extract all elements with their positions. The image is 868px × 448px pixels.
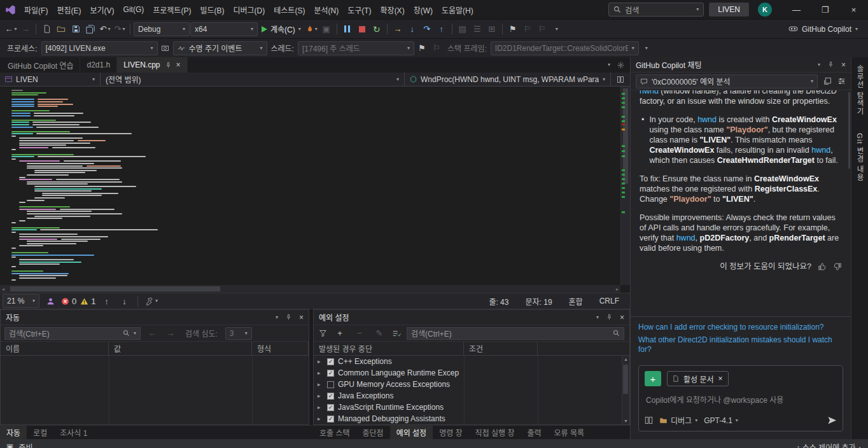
pin-icon[interactable]: [606, 314, 613, 321]
document-tab[interactable]: d2d1.h: [80, 57, 117, 73]
memory-window-icon[interactable]: ▤: [456, 22, 470, 37]
pin-icon[interactable]: [827, 61, 834, 68]
next-issue-button[interactable]: ↓: [117, 293, 131, 309]
close-icon[interactable]: ×: [299, 313, 304, 322]
apply-code-changes-icon[interactable]: ▣: [319, 22, 333, 37]
close-tab-icon[interactable]: ×: [176, 60, 181, 69]
document-tab[interactable]: LIVEN.cpp×: [117, 57, 187, 73]
maximize-button[interactable]: ❐: [811, 0, 839, 19]
chat-scrollbar[interactable]: [848, 92, 850, 169]
add-context-button[interactable]: +: [645, 371, 661, 386]
step-out-button[interactable]: ↑: [435, 22, 449, 37]
navigate-forward-button[interactable]: →: [18, 22, 32, 37]
column-header[interactable]: 조건: [464, 342, 538, 355]
thumb-down-icon[interactable]: [833, 262, 842, 271]
solution-platform-dropdown[interactable]: x64▾: [190, 22, 258, 36]
active-document-chip[interactable]: 활성 문서 ×: [667, 371, 729, 386]
search-depth-dropdown[interactable]: 3▾: [225, 327, 252, 340]
debug-window-tab[interactable]: 직접 실행 창: [469, 426, 521, 439]
stack-frame-dropdown[interactable]: ID2D1RenderTarget::CreateSolidColorBru▾: [491, 41, 639, 55]
warning-badge[interactable]: 1: [80, 293, 95, 309]
process-dropdown[interactable]: [4092] LIVEN.exe▾: [41, 41, 158, 55]
menu-item[interactable]: 도움말(H): [437, 0, 478, 19]
scope-dropdown[interactable]: (전역 범위)▾: [101, 73, 405, 86]
close-icon[interactable]: ×: [841, 60, 846, 69]
menu-item[interactable]: 빌드(B): [195, 0, 228, 19]
expander-icon[interactable]: ▸: [318, 416, 323, 422]
parallel-stacks-icon[interactable]: ⊞: [485, 22, 499, 37]
remove-chip-icon[interactable]: ×: [718, 374, 723, 383]
toolbar-overflow-icon[interactable]: ▾: [550, 22, 564, 37]
member-dropdown[interactable]: WndProc(HWND hwnd, UINT msg, WPARAM wPar…: [405, 73, 611, 86]
exception-checkbox[interactable]: ✓: [327, 358, 334, 365]
toolbar-options-icon[interactable]: ▾: [640, 41, 654, 56]
document-tab[interactable]: GitHub Copilot 연습: [1, 57, 80, 73]
debug-window-tab[interactable]: 오류 목록: [548, 426, 591, 439]
thread-dropdown[interactable]: [17496] 주 스레드▾: [298, 41, 414, 55]
exception-row[interactable]: ▸✓Java Exceptions: [314, 390, 629, 402]
step-over-button[interactable]: ↷: [420, 22, 434, 37]
editor-vertical-scrollbar[interactable]: [620, 87, 630, 285]
minimize-button[interactable]: —: [782, 0, 811, 19]
menu-item[interactable]: 파일(F): [20, 0, 52, 19]
stop-debugging-button[interactable]: [355, 22, 369, 37]
watch-window-tab[interactable]: 로컬: [27, 426, 53, 439]
followup-question-link[interactable]: What other Direct2D initialization mista…: [638, 335, 843, 354]
exception-row[interactable]: ▸✓Common Language Runtime Excep: [314, 367, 629, 379]
redo-button[interactable]: ↷▾: [113, 22, 127, 37]
chat-options-icon[interactable]: [837, 77, 846, 85]
split-window-icon[interactable]: [611, 73, 630, 86]
save-icon[interactable]: [69, 22, 83, 37]
filter-icon[interactable]: [319, 329, 327, 337]
menu-item[interactable]: 창(W): [409, 0, 437, 19]
expander-icon[interactable]: ▸: [318, 404, 323, 410]
account-avatar[interactable]: K: [758, 3, 772, 17]
encoding-indicator[interactable]: 혼합: [561, 296, 591, 307]
exception-search-input[interactable]: 검색(Ctrl+E): [407, 327, 624, 340]
editor-horizontal-scrollbar[interactable]: ◂ ▸: [0, 285, 620, 293]
menu-item[interactable]: 도구(T): [343, 0, 375, 19]
expander-icon[interactable]: ▸: [318, 381, 323, 388]
exception-checkbox[interactable]: ✓: [327, 416, 334, 423]
debug-window-tab[interactable]: 호출 스택: [313, 426, 356, 439]
menu-item[interactable]: 프로젝트(P): [148, 0, 195, 19]
autos-list[interactable]: [1, 356, 309, 424]
edit-condition-icon[interactable]: ✎: [372, 326, 386, 341]
debug-window-tab[interactable]: 예외 설정: [390, 426, 433, 439]
line-ending-indicator[interactable]: CRLF: [591, 297, 627, 305]
document-options-icon[interactable]: [617, 61, 625, 69]
code-cleanup-button[interactable]: ▾: [144, 293, 158, 309]
menu-item[interactable]: 보기(V): [85, 0, 118, 19]
check-list-icon[interactable]: [392, 329, 401, 338]
expander-icon[interactable]: ▸: [318, 393, 323, 399]
github-copilot-button[interactable]: GitHub Copilot▾: [788, 24, 864, 34]
column-header[interactable]: 발생된 경우 중단: [314, 342, 464, 355]
send-button[interactable]: [827, 416, 837, 425]
autos-search-input[interactable]: 검색(Ctrl+E) ▾: [4, 327, 141, 340]
search-back-icon[interactable]: ←: [145, 326, 159, 341]
collapsed-tool-window-tab[interactable]: Git 변경 내용: [855, 133, 865, 181]
titlebar-search[interactable]: 검색 ▾: [608, 3, 704, 17]
undo-button[interactable]: ↶▾: [98, 22, 112, 37]
lifecycle-events-dropdown[interactable]: 수명 주기 이벤트▾: [173, 41, 267, 55]
menu-item[interactable]: 편집(E): [52, 0, 85, 19]
show-next-statement-button[interactable]: →: [391, 22, 405, 37]
previous-issue-button[interactable]: ↑: [99, 293, 113, 309]
threads-window-icon[interactable]: ☰: [470, 22, 484, 37]
remove-exception-button[interactable]: −: [353, 326, 367, 341]
pin-icon[interactable]: [285, 314, 292, 321]
zoom-dropdown[interactable]: 21 %▾: [3, 294, 39, 308]
watch-window-tab[interactable]: 조사식 1: [53, 426, 94, 439]
window-menu-icon[interactable]: ▾: [818, 62, 820, 67]
snapshot-icon[interactable]: [158, 41, 172, 56]
step-into-button[interactable]: ↓: [405, 22, 419, 37]
column-header[interactable]: 값: [109, 342, 252, 355]
break-all-button[interactable]: [340, 22, 354, 37]
chat-session-dropdown[interactable]: '0xC0000005' 예외 분석▾: [636, 74, 818, 88]
new-file-icon[interactable]: [39, 22, 53, 37]
column-indicator[interactable]: 문자: 19: [517, 296, 560, 307]
add-to-source-control-button[interactable]: ↑ 소스 제어에 추가 ▴: [796, 442, 862, 448]
line-indicator[interactable]: 줄: 43: [480, 296, 517, 307]
feedback-icon[interactable]: [43, 293, 57, 309]
bookmark-icon[interactable]: ⚑: [506, 22, 520, 37]
